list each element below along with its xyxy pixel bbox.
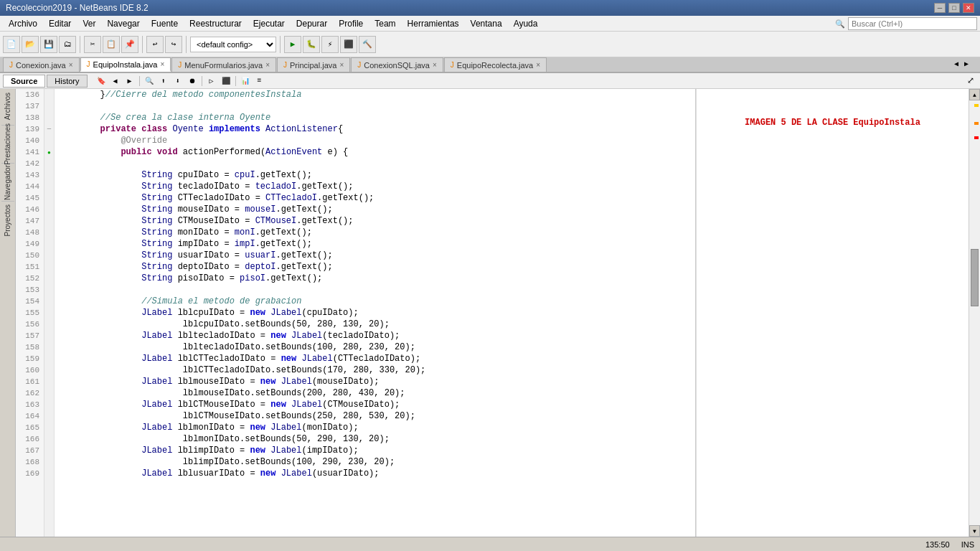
- save-all-button[interactable]: 🗂: [59, 36, 76, 53]
- scroll-up-arrow[interactable]: ▲: [969, 89, 980, 100]
- tab-source[interactable]: Source: [3, 75, 45, 88]
- tab-close-principal[interactable]: ×: [339, 61, 344, 69]
- menu-reestructurar[interactable]: Reestructurar: [184, 17, 248, 30]
- menu-ver[interactable]: Ver: [77, 17, 101, 30]
- fold-143: [44, 169, 54, 181]
- debug-button[interactable]: 🐛: [303, 36, 320, 53]
- tab-close-conexion[interactable]: ×: [69, 61, 73, 69]
- new-button[interactable]: 📄: [3, 36, 20, 53]
- scrollbar-thumb[interactable]: [971, 249, 979, 306]
- undo-button[interactable]: ↩: [146, 36, 164, 53]
- toggle-bookmarks-btn[interactable]: 🔖: [95, 75, 108, 88]
- fold-144: [44, 181, 54, 192]
- run-button[interactable]: ▶: [284, 36, 301, 53]
- fold-139[interactable]: ─: [44, 123, 54, 135]
- profile-button[interactable]: ⚡: [321, 36, 339, 53]
- config-dropdown[interactable]: <default config>: [190, 37, 276, 52]
- fold-137: [44, 100, 54, 112]
- menu-fuente[interactable]: Fuente: [146, 17, 184, 30]
- expand-btn[interactable]: ⤢: [967, 75, 974, 86]
- menu-profile[interactable]: Profile: [333, 17, 369, 30]
- tab-conexionsql[interactable]: J ConexionSQL.java ×: [351, 57, 443, 72]
- close-button[interactable]: ✕: [963, 3, 974, 13]
- tab-icon-principal: J: [283, 61, 287, 69]
- fold-136: [44, 89, 54, 100]
- tab-principal[interactable]: J Principal.java ×: [277, 57, 350, 72]
- menu-depurar[interactable]: Depurar: [291, 17, 333, 30]
- stop-btn2[interactable]: ⬛: [220, 75, 232, 88]
- code-line-143: String cpuIDato = cpuI.getText();: [55, 169, 695, 181]
- sidebar-proyectos[interactable]: Proyectos: [1, 206, 14, 235]
- run-to-cursor-btn[interactable]: ▷: [205, 75, 218, 88]
- search-input[interactable]: [848, 17, 977, 30]
- sidebar-prestaciones[interactable]: Prestaciones: [1, 130, 14, 159]
- toggle-breakpoint-btn[interactable]: ⏺: [186, 75, 199, 88]
- redo-button[interactable]: ↪: [165, 36, 182, 53]
- code-line-138: //Se crea la clase interna Oyente: [55, 112, 695, 123]
- tab-history[interactable]: History: [47, 75, 87, 88]
- code-line-153: [55, 284, 695, 296]
- source-history-bar: Source History 🔖 ◀ ▶ 🔍 ⬆ ⬇ ⏺ ▷ ⬛ 📊 ≡ ⤢: [0, 73, 980, 89]
- fold-160: [44, 364, 54, 376]
- tab-icon-conexion: J: [9, 61, 13, 69]
- tab-scroll-right[interactable]: ▶: [964, 60, 969, 68]
- tab-close-equiporecolecta[interactable]: ×: [536, 61, 540, 69]
- code-line-155: JLabel lblcpuIDato = new JLabel(cpuIDato…: [55, 307, 695, 319]
- cut-button[interactable]: ✂: [84, 36, 101, 53]
- menu-ayuda[interactable]: Ayuda: [508, 17, 544, 30]
- fold-165: [44, 422, 54, 433]
- sidebar-archivos[interactable]: Archivos: [1, 92, 14, 121]
- fold-153: [44, 284, 54, 296]
- line-numbers: 136 137 138 139 140 141 142 143 144 145 …: [16, 89, 44, 537]
- stop-button[interactable]: ⬛: [340, 36, 357, 53]
- code-line-145: String CTTecladoIDato = CTTecladoI.getTe…: [55, 192, 695, 204]
- sidebar-sep3: [1, 201, 14, 202]
- sidebar-label-archivos: Archivos: [4, 93, 11, 120]
- chart-btn[interactable]: 📊: [239, 75, 252, 88]
- fold-162: [44, 387, 54, 399]
- source-sep2: [202, 76, 202, 86]
- fold-157: [44, 330, 54, 342]
- tab-close-menuformularios[interactable]: ×: [265, 61, 270, 69]
- menu-archivo[interactable]: Archivo: [3, 17, 43, 30]
- menu-navegar[interactable]: Navegar: [101, 17, 145, 30]
- titlebar-controls: ─ □ ✕: [934, 3, 974, 13]
- sidebar-label-navegador: Navegador: [4, 165, 11, 200]
- menu-herramientas[interactable]: Herramientas: [402, 17, 465, 30]
- cursor-position: 135:50: [925, 540, 950, 549]
- next-bookmark-btn[interactable]: ▶: [123, 75, 136, 88]
- copy-button[interactable]: 📋: [103, 36, 120, 53]
- sidebar-navegador[interactable]: Navegador: [1, 168, 14, 197]
- find-btn[interactable]: 🔍: [143, 75, 156, 88]
- titlebar: Recoleccion2019 - NetBeans IDE 8.2 ─ □ ✕: [0, 0, 980, 16]
- tab-equipoinstala[interactable]: J EquipoInstala.java ×: [80, 57, 171, 72]
- find-prev-btn[interactable]: ⬆: [157, 75, 170, 88]
- save-button[interactable]: 💾: [40, 36, 57, 53]
- paste-button[interactable]: 📌: [121, 36, 138, 53]
- tab-scroll-left[interactable]: ◀: [954, 60, 958, 68]
- minimize-button[interactable]: ─: [934, 3, 946, 13]
- tab-menuformularios[interactable]: J MenuFormularios.java ×: [171, 57, 276, 72]
- open-button[interactable]: 📂: [22, 36, 39, 53]
- scrollbar-track[interactable]: [969, 100, 980, 525]
- maximize-button[interactable]: □: [948, 3, 960, 13]
- indicator-orange: [974, 122, 979, 125]
- fold-141[interactable]: ●: [44, 146, 54, 158]
- prev-bookmark-btn[interactable]: ◀: [109, 75, 122, 88]
- menu-ejecutar[interactable]: Ejecutar: [248, 17, 291, 30]
- toolbar: 📄 📂 💾 🗂 ✂ 📋 📌 ↩ ↪ <default config> ▶ 🐛 ⚡…: [0, 32, 980, 57]
- tab-close-equipoinstala[interactable]: ×: [160, 60, 164, 68]
- code-line-158: lbltecladoIDato.setBounds(100, 280, 230,…: [55, 342, 695, 353]
- menu-editar[interactable]: Editar: [43, 17, 77, 30]
- scroll-down-arrow[interactable]: ▼: [969, 525, 980, 537]
- find-next-btn[interactable]: ⬇: [171, 75, 184, 88]
- code-area[interactable]: }//Cierre del metodo componentesInstala …: [55, 89, 695, 537]
- linenum-148: 148: [16, 227, 44, 238]
- tab-close-conexionsql[interactable]: ×: [433, 61, 437, 69]
- list-btn[interactable]: ≡: [253, 75, 266, 88]
- clean-build-button[interactable]: 🔨: [359, 36, 376, 53]
- menu-ventana[interactable]: Ventana: [465, 17, 508, 30]
- menu-team[interactable]: Team: [369, 17, 401, 30]
- tab-equiporecolecta[interactable]: J EquipoRecolecta.java ×: [444, 57, 547, 72]
- tab-conexion[interactable]: J Conexion.java ×: [3, 57, 80, 72]
